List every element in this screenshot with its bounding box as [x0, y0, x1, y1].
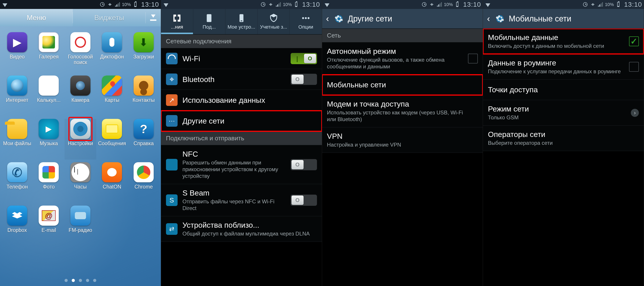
app-calculator[interactable]: Калькул...	[33, 76, 65, 116]
screen-more-networks: 10% 13:10 ‹ Другие сети Сеть Автономный …	[322, 0, 483, 286]
toggle[interactable]	[290, 194, 317, 206]
row-tethering[interactable]: Модем и точка доступаИспользовать устрой…	[322, 95, 483, 127]
settings-list[interactable]: Мобильные данныеВключить доступ к данным…	[483, 28, 644, 286]
battery-pct: 10%	[283, 2, 292, 7]
clock: 13:10	[141, 1, 159, 8]
row-subtitle: Только GSM	[488, 114, 626, 121]
app-dropbox[interactable]: Dropbox	[1, 206, 33, 246]
back-icon[interactable]: ‹	[326, 14, 330, 24]
row-nfc[interactable]: NFCРазрешить обмен данными при прикоснов…	[161, 145, 322, 184]
tab-widgets[interactable]: Виджеты	[73, 9, 146, 26]
voice-search-icon	[70, 32, 90, 52]
connections-icon	[172, 14, 182, 23]
app-settings[interactable]: Настройки	[64, 119, 96, 160]
app-gallery[interactable]: Галерея	[33, 32, 65, 73]
sync-icon	[429, 1, 435, 8]
row-title: Данные в роуминге	[488, 58, 624, 67]
app-label: Видео	[10, 54, 24, 64]
row-wifi[interactable]: Wi-Fi	[161, 48, 322, 69]
row-mobile-networks[interactable]: Мобильные сети	[322, 75, 483, 95]
app-chaton[interactable]: ChatON	[96, 162, 128, 203]
app-photos[interactable]: Фото	[33, 162, 65, 203]
row-nearby[interactable]: Устройства поблизо...Общий доступ к файл…	[161, 216, 322, 242]
checkbox[interactable]	[468, 54, 478, 64]
app-contacts[interactable]: Контакты	[128, 76, 160, 116]
app-messages[interactable]: Сообщения	[96, 119, 128, 160]
battery-icon	[615, 1, 622, 8]
dropbox-icon	[7, 206, 27, 226]
accounts-icon	[269, 14, 278, 23]
battery-icon	[454, 1, 460, 8]
app-video[interactable]: Видео	[1, 32, 33, 73]
app-recorder[interactable]: Диктофон	[96, 32, 128, 73]
row-subtitle: Выберите оператора сети	[488, 140, 634, 146]
settings-list[interactable]: Сетевые подключения Wi-Fi⌖BluetoothИспол…	[161, 34, 322, 286]
row-title: Мобильные данные	[488, 33, 624, 42]
toggle[interactable]	[290, 74, 317, 85]
row-subtitle: Использовать устройство как модем (через…	[327, 109, 473, 123]
wifi-icon	[166, 53, 178, 64]
row-data-roaming[interactable]: Данные в роумингеПодключение к услугам п…	[483, 54, 644, 80]
row-subtitle: Подключение к услугам передачи данных в …	[488, 68, 624, 75]
app-downloads[interactable]: Загрузки	[128, 32, 160, 73]
app-clock[interactable]: Часы	[64, 162, 96, 203]
app-label: Камера	[72, 98, 89, 107]
app-phone[interactable]: Телефон	[1, 162, 33, 203]
row-more-networks[interactable]: ⋯Другие сети	[161, 110, 322, 132]
section-network: Сетевые подключения	[161, 34, 322, 48]
signal-icon	[275, 1, 282, 8]
clock: 13:10	[302, 1, 320, 8]
row-mobile-data[interactable]: Мобильные данныеВключить доступ к данным…	[483, 28, 644, 54]
camera-icon	[70, 76, 90, 96]
app-label: Голосовой поиск	[64, 54, 96, 64]
row-network-mode[interactable]: Режим сетиТолько GSM›	[483, 100, 644, 126]
app-my-files[interactable]: Мои файлы	[1, 119, 33, 160]
app-email[interactable]: E-mail	[33, 206, 65, 246]
row-s-beam[interactable]: S BeamОтправить файлы через NFC и Wi-Fi …	[161, 184, 322, 216]
tab-label: ...ния	[171, 24, 183, 30]
screen-mobile-networks: 10% 13:10 ‹ Мобильные сети Мобильные дан…	[483, 0, 644, 286]
settings-tab-connections[interactable]: ...ния	[161, 9, 193, 34]
app-chrome[interactable]: Chrome	[128, 162, 160, 203]
app-camera[interactable]: Камера	[64, 76, 96, 116]
row-vpn[interactable]: VPNНастройка и управление VPN	[322, 127, 483, 153]
row-subtitle: Включить доступ к данным по мобильной се…	[488, 43, 624, 50]
app-label: Справка	[134, 141, 154, 150]
app-fm-radio[interactable]: FM-радио	[64, 206, 96, 246]
toggle[interactable]	[290, 53, 317, 64]
battery-icon	[132, 1, 138, 8]
data-usage-icon	[166, 94, 178, 106]
row-apn[interactable]: Точки доступа	[483, 80, 644, 100]
row-bluetooth[interactable]: ⌖Bluetooth	[161, 69, 322, 90]
app-maps[interactable]: Карты	[96, 76, 128, 116]
back-icon[interactable]: ‹	[487, 14, 491, 24]
settings-tabs: ...нияПод...Мое устро...Учетные з...Опци…	[161, 9, 322, 34]
app-music[interactable]: Музыка	[33, 119, 65, 160]
row-title: Устройства поблизо...	[182, 221, 312, 230]
device-icon	[204, 14, 214, 23]
wifi-icon	[485, 1, 491, 8]
tab-menu[interactable]: Меню	[0, 9, 73, 26]
options-icon	[301, 14, 310, 23]
tab-downloads-shortcut[interactable]	[146, 9, 161, 26]
chevron-right-icon: ›	[631, 109, 639, 117]
settings-tab-device[interactable]: Под...	[193, 9, 226, 34]
app-help[interactable]: Справка	[128, 119, 160, 160]
checkbox[interactable]	[629, 36, 639, 46]
settings-tab-my-device[interactable]: Мое устро...	[226, 9, 258, 34]
settings-tab-accounts[interactable]: Учетные з...	[258, 9, 290, 34]
settings-list[interactable]: Сеть Автономный режимОтключение функций …	[322, 28, 483, 286]
clock: 13:10	[463, 1, 481, 8]
row-airplane-mode[interactable]: Автономный режимОтключение функций вызов…	[322, 42, 483, 75]
settings-tab-options[interactable]: Опции	[290, 9, 322, 34]
checkbox[interactable]	[629, 62, 639, 72]
row-operators[interactable]: Операторы сетиВыберите оператора сети	[483, 126, 644, 151]
row-subtitle: Разрешить обмен данными при прикосновени…	[182, 159, 286, 180]
row-data-usage[interactable]: Использование данных	[161, 90, 322, 110]
page-title: Мобильные сети	[509, 14, 572, 24]
app-internet[interactable]: Интернет	[1, 76, 33, 116]
toggle[interactable]	[290, 159, 317, 170]
row-subtitle: Отправить файлы через NFC и Wi-Fi Direct	[182, 198, 286, 212]
app-voice-search[interactable]: Голосовой поиск	[64, 32, 96, 73]
wifi-icon	[2, 1, 8, 8]
